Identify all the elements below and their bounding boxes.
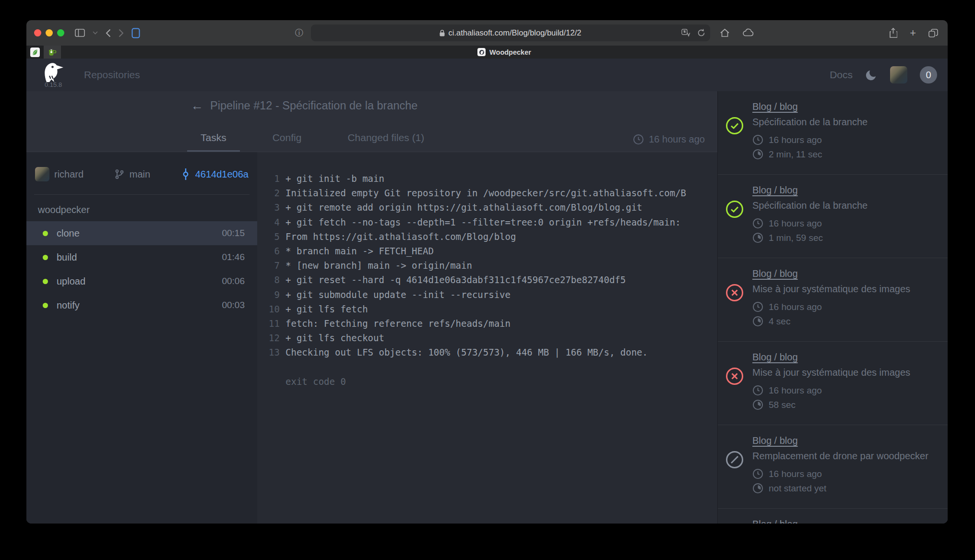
- pinned-tab-2[interactable]: [44, 46, 61, 59]
- author-avatar: [35, 167, 49, 181]
- chevron-down-icon[interactable]: [93, 31, 98, 35]
- pipeline-step[interactable]: upload 00:06: [26, 269, 257, 293]
- line-number: 12: [257, 331, 280, 345]
- line-text: + git lfs checkout: [280, 331, 384, 345]
- console-line: 4 + git fetch --no-tags --depth=1 --filt…: [257, 215, 717, 229]
- brand[interactable]: 0.15.8: [40, 62, 65, 88]
- build-list-item[interactable]: Blog / blog Spécification de la branche …: [718, 91, 948, 175]
- build-message: Remplacement de drone par woodpecker: [752, 451, 938, 462]
- active-tab[interactable]: Woodpecker: [61, 46, 948, 59]
- clock-icon: [752, 218, 763, 229]
- line-number: 13: [257, 345, 280, 359]
- build-list-item[interactable]: Blog / blog Mise à jour systématique des…: [718, 342, 948, 425]
- cloud-icon[interactable]: [742, 28, 754, 37]
- pipeline-tabs: Tasks Config Changed files (1) 16 hours …: [26, 128, 717, 152]
- translate-icon[interactable]: [681, 29, 690, 37]
- tab-overview-icon[interactable]: [928, 28, 938, 38]
- docs-link[interactable]: Docs: [830, 69, 853, 81]
- tab-config[interactable]: Config: [259, 132, 315, 152]
- clock-icon: [752, 385, 763, 396]
- line-text: Initialized empty Git repository in /woo…: [280, 186, 686, 200]
- document-icon[interactable]: [131, 28, 140, 38]
- console-line: 13 Checking out LFS objects: 100% (573/5…: [257, 345, 717, 359]
- console-line: 2 Initialized empty Git repository in /w…: [257, 186, 717, 200]
- user-avatar[interactable]: [890, 66, 907, 83]
- leaf-icon: [30, 48, 40, 57]
- lock-icon: [440, 30, 445, 36]
- tab-changed-files[interactable]: Changed files (1): [334, 132, 438, 152]
- close-window-button[interactable]: [34, 29, 41, 36]
- repo-link[interactable]: Blog / blog: [752, 268, 798, 279]
- build-duration: not started yet: [769, 483, 826, 494]
- repo-link[interactable]: Blog / blog: [752, 435, 798, 446]
- build-message: Spécification de la branche: [752, 117, 938, 128]
- console-output[interactable]: 1 + git init -b main 2 Initialized empty…: [257, 152, 717, 524]
- build-list-item[interactable]: Blog / blog Remplacement de drone par wo…: [718, 509, 948, 524]
- notification-badge[interactable]: 0: [920, 66, 937, 83]
- pipeline-step[interactable]: build 01:46: [26, 245, 257, 269]
- build-message: Spécification de la branche: [752, 200, 938, 211]
- minimize-window-button[interactable]: [46, 29, 53, 36]
- page-title: Pipeline #12 - Spécification de la branc…: [210, 99, 417, 112]
- build-list-item[interactable]: Blog / blog Spécification de la branche …: [718, 175, 948, 258]
- window-controls: [34, 29, 64, 36]
- line-text: + git remote add origin https://git.atha…: [280, 200, 642, 214]
- zoom-window-button[interactable]: [57, 29, 64, 36]
- page-info-icon[interactable]: ⓘ: [295, 27, 303, 38]
- url-text: ci.athaliasoft.com/Blog/blog/build/12/2: [448, 28, 581, 37]
- share-icon[interactable]: [889, 28, 897, 38]
- step-list: clone 00:15 build 01:46 upload 00:06 not…: [26, 221, 257, 317]
- browser-toolbar: ⓘ ci.athaliasoft.com/Blog/blog/build/12/…: [26, 20, 948, 46]
- step-group-label: woodpecker: [38, 204, 257, 215]
- step-duration: 01:46: [222, 252, 245, 262]
- pipeline-main: ← Pipeline #12 - Spécification de la bra…: [26, 91, 717, 524]
- woodpecker-app: 0.15.8 Repositories Docs 0 ← Pipeline #1…: [26, 59, 948, 524]
- build-duration: 2 min, 11 sec: [769, 149, 822, 160]
- console-line: 5 From https://git.athaliasoft.com/Blog/…: [257, 229, 717, 244]
- tab-tasks[interactable]: Tasks: [187, 132, 240, 152]
- new-tab-button[interactable]: +: [910, 28, 916, 38]
- console-line: 6 * branch main -> FETCH_HEAD: [257, 244, 717, 258]
- duration-icon: [752, 483, 763, 494]
- tab-title: Woodpecker: [489, 48, 531, 56]
- reload-icon[interactable]: [697, 29, 705, 37]
- woodpecker-logo-icon: [40, 62, 65, 83]
- back-button[interactable]: [106, 29, 111, 37]
- console-line: 8 + git reset --hard -q 4614d1e06a3dabf3…: [257, 273, 717, 287]
- duration-icon: [752, 149, 763, 160]
- gitea-cup-icon: [48, 48, 57, 57]
- pinned-tab-1[interactable]: [26, 46, 44, 59]
- step-name: build: [57, 252, 222, 263]
- repo-link[interactable]: Blog / blog: [752, 185, 798, 196]
- commit-hash-link[interactable]: 4614d1e06a: [181, 168, 249, 180]
- line-number: 7: [257, 258, 280, 273]
- app-header: 0.15.8 Repositories Docs 0: [26, 59, 948, 91]
- back-arrow-icon[interactable]: ←: [191, 99, 203, 112]
- repo-link[interactable]: Blog / blog: [752, 352, 798, 363]
- repo-link[interactable]: Blog / blog: [752, 519, 798, 524]
- line-text: * branch main -> FETCH_HEAD: [280, 244, 434, 258]
- dark-mode-toggle-moon-icon[interactable]: [865, 69, 878, 81]
- build-list-item[interactable]: Blog / blog Remplacement de drone par wo…: [718, 425, 948, 509]
- line-text: + git fetch --no-tags --depth=1 --filter…: [280, 215, 681, 229]
- nav-repositories[interactable]: Repositories: [84, 69, 140, 81]
- pipeline-step[interactable]: clone 00:15: [26, 221, 257, 245]
- line-number: 4: [257, 215, 280, 229]
- forward-button[interactable]: [119, 29, 124, 37]
- sidebar-toggle-icon[interactable]: [75, 29, 85, 37]
- build-time-ago: 16 hours ago: [769, 218, 822, 229]
- recent-builds-sidebar: Blog / blog Spécification de la branche …: [717, 91, 948, 524]
- build-status-icon: [725, 367, 744, 385]
- step-duration: 00:15: [222, 228, 245, 238]
- build-list-item[interactable]: Blog / blog Mise à jour systématique des…: [718, 258, 948, 342]
- build-status-icon: [725, 117, 744, 135]
- home-icon[interactable]: [720, 28, 730, 37]
- address-bar[interactable]: ci.athaliasoft.com/Blog/blog/build/12/2: [311, 24, 710, 41]
- pipeline-step[interactable]: notify 00:03: [26, 293, 257, 317]
- line-text: Checking out LFS objects: 100% (573/573)…: [280, 345, 648, 359]
- line-number: 6: [257, 244, 280, 258]
- line-number: 9: [257, 287, 280, 302]
- line-number: 11: [257, 316, 280, 331]
- build-message: Mise à jour systématique des images: [752, 367, 938, 378]
- repo-link[interactable]: Blog / blog: [752, 101, 798, 112]
